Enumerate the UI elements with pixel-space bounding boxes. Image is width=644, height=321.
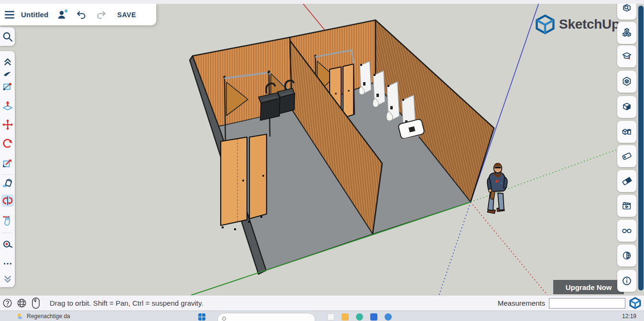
upgrade-now-button[interactable]: Upgrade Now: [553, 280, 624, 294]
sketchup-logo-icon: [535, 14, 555, 34]
start-button-icon[interactable]: [198, 313, 205, 321]
components-icon[interactable]: [617, 22, 636, 44]
weather-text: Regenachtige da: [27, 313, 70, 320]
tool-rail: [0, 51, 15, 287]
select-icon[interactable]: [1, 67, 14, 80]
mouse-indicator-icon: [29, 297, 43, 309]
display-icon[interactable]: [617, 220, 636, 242]
sketchup-logo-small-icon: [629, 297, 641, 309]
taskbar-app-icon[interactable]: [370, 313, 377, 321]
taskbar-search-box[interactable]: [217, 313, 315, 321]
window-top-strip: [0, 0, 644, 4]
taskbar-app-icon[interactable]: [385, 313, 392, 321]
tape-measure-icon[interactable]: [1, 238, 14, 251]
os-taskbar: Regenachtige da 12:19: [0, 310, 644, 321]
weather-icon: [16, 312, 24, 320]
measurements-input[interactable]: [549, 298, 625, 309]
move-icon[interactable]: [1, 118, 14, 131]
taskbar-weather-widget[interactable]: Regenachtige da: [16, 312, 70, 320]
measurements-label: Measurements: [498, 299, 545, 307]
model-info-icon[interactable]: [617, 270, 636, 292]
rotate-icon[interactable]: [1, 138, 14, 150]
pan-icon[interactable]: [1, 214, 14, 227]
rectangle-icon[interactable]: [1, 81, 14, 93]
model-viewport[interactable]: [0, 0, 644, 295]
outliner-icon[interactable]: [617, 121, 636, 143]
sketchup-brand: SketchUp: [535, 14, 620, 34]
help-icon[interactable]: [0, 298, 14, 309]
status-hint: Drag to orbit. Shift = Pan, Ctrl = suspe…: [50, 299, 204, 307]
scale-icon[interactable]: [1, 157, 14, 170]
materials-icon[interactable]: [617, 71, 636, 93]
styles-icon[interactable]: [617, 96, 636, 118]
taskbar-search-icon: [222, 317, 226, 321]
instructor-icon[interactable]: [617, 45, 636, 67]
language-globe-icon[interactable]: [14, 298, 29, 309]
document-title[interactable]: Untitled: [19, 11, 53, 19]
more-tools-icon[interactable]: [1, 257, 14, 270]
browser-icon[interactable]: [356, 313, 363, 321]
paint-icon[interactable]: [1, 177, 14, 190]
orbit-icon[interactable]: [1, 194, 14, 207]
file-explorer-icon[interactable]: [342, 313, 349, 321]
save-button[interactable]: SAVE: [110, 11, 143, 19]
redo-icon[interactable]: [91, 4, 110, 25]
main-toolbar: Untitled SAVE: [0, 4, 156, 25]
soften-edges-icon[interactable]: [617, 170, 636, 192]
panel-tray-handle[interactable]: [638, 6, 644, 290]
undo-icon[interactable]: [72, 4, 91, 25]
menu-icon[interactable]: [0, 4, 19, 25]
push-pull-icon[interactable]: [1, 100, 14, 112]
search-icon[interactable]: [1, 31, 14, 43]
search-tools-card: [0, 27, 15, 46]
expand-down-icon[interactable]: [1, 273, 14, 286]
status-bar: Drag to orbit. Shift = Pan, Ctrl = suspe…: [0, 295, 644, 310]
geo-location-icon[interactable]: [617, 245, 636, 267]
collapse-up-icon[interactable]: [1, 55, 14, 68]
taskbar-clock[interactable]: 12:19: [622, 313, 636, 320]
tags-icon[interactable]: [617, 145, 636, 167]
sketchup-wordmark: SketchUp: [559, 17, 620, 32]
scenes-icon[interactable]: [617, 195, 636, 217]
add-collaborator-icon[interactable]: [53, 4, 72, 25]
taskbar-app-icon[interactable]: [327, 313, 334, 321]
